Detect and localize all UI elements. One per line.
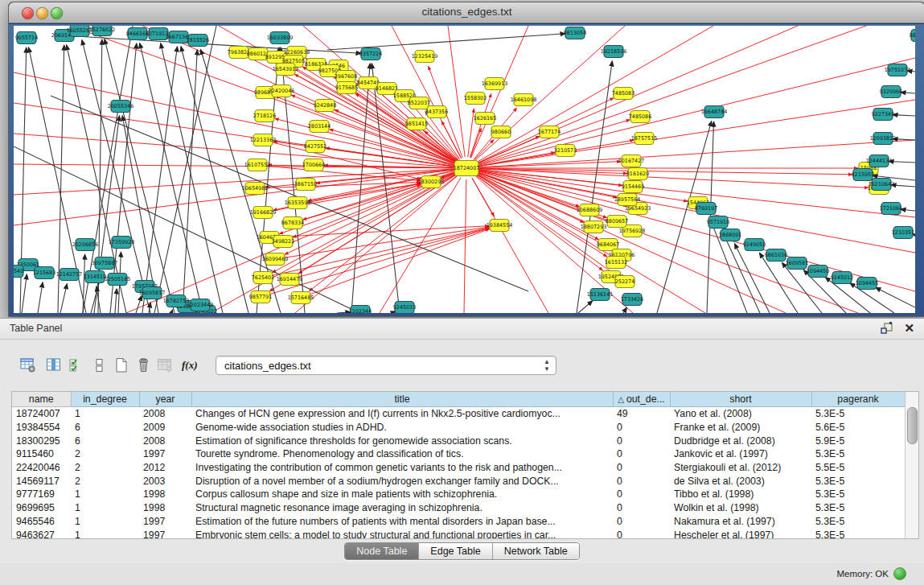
table-cell-pagerank[interactable]: 5.3E-5: [811, 501, 905, 515]
window-titlebar[interactable]: citations_edges.txt: [9, 2, 924, 23]
table-cell-name[interactable]: 19384554: [12, 421, 71, 435]
table-cell-pagerank[interactable]: 5.3E-5: [811, 447, 905, 461]
table-cell-year[interactable]: 2009: [139, 421, 191, 435]
column-header-year[interactable]: year: [139, 392, 191, 407]
table-cell-out_degree[interactable]: 49: [613, 407, 670, 421]
create-new-column-icon[interactable]: [111, 355, 132, 377]
table-cell-in_degree[interactable]: 1: [71, 528, 139, 539]
show-column-icon[interactable]: [43, 355, 64, 377]
table-cell-name[interactable]: 14569117: [12, 474, 71, 488]
table-cell-short[interactable]: Hescheler et al. (1997): [670, 528, 811, 539]
memory-ok-indicator[interactable]: [893, 567, 906, 580]
table-cell-title[interactable]: Estimation of significance thresholds fo…: [191, 434, 613, 447]
tab-network-table[interactable]: Network Table: [492, 543, 579, 559]
table-cell-title[interactable]: Genome-wide association studies in ADHD.: [191, 421, 613, 435]
table-row[interactable]: 2242004622012Investigating the contribut…: [12, 461, 905, 475]
table-cell-pagerank[interactable]: 5.3E-5: [811, 528, 905, 539]
manage-table-settings-icon[interactable]: [18, 355, 39, 377]
delete-column-icon[interactable]: [133, 355, 154, 377]
table-row[interactable]: 1872400712008Changes of HCN gene express…: [12, 407, 905, 421]
table-cell-out_degree[interactable]: 0: [613, 421, 670, 435]
table-cell-year[interactable]: 2008: [139, 434, 191, 447]
column-header-out_degree[interactable]: △out_de...: [613, 392, 670, 407]
table-cell-year[interactable]: 1998: [139, 501, 191, 515]
table-cell-in_degree[interactable]: 6: [71, 421, 139, 435]
table-scrollbar[interactable]: [905, 392, 918, 538]
table-cell-year[interactable]: 1998: [139, 488, 191, 501]
column-header-name[interactable]: name: [12, 392, 71, 407]
table-cell-short[interactable]: de Silva et al. (2003): [670, 474, 811, 488]
float-panel-icon[interactable]: [881, 322, 893, 335]
table-cell-in_degree[interactable]: 2: [71, 461, 139, 475]
table-cell-year[interactable]: 2003: [139, 474, 191, 488]
table-cell-in_degree[interactable]: 1: [71, 407, 139, 421]
table-cell-in_degree[interactable]: 2: [71, 474, 139, 488]
table-row[interactable]: 946554611997Estimation of the future num…: [12, 515, 905, 529]
table-cell-pagerank[interactable]: 5.3E-5: [811, 474, 905, 488]
table-cell-short[interactable]: Nakamura et al. (1997): [670, 515, 811, 529]
table-cell-name[interactable]: 9777169: [12, 488, 71, 501]
table-cell-year[interactable]: 1997: [139, 447, 191, 461]
table-row[interactable]: 1830029562008Estimation of significance …: [12, 434, 905, 447]
table-cell-short[interactable]: Wolkin et al. (1998): [670, 501, 811, 515]
table-row[interactable]: 1456911722003Disruption of a novel membe…: [12, 474, 905, 488]
table-row[interactable]: 911546021997Tourette syndrome. Phenomeno…: [12, 447, 905, 461]
table-cell-in_degree[interactable]: 1: [71, 515, 139, 529]
column-header-in_degree[interactable]: in_degree: [71, 392, 139, 407]
table-cell-title[interactable]: Structural magnetic resonance image aver…: [191, 501, 613, 515]
column-header-title[interactable]: title: [191, 392, 613, 407]
table-cell-pagerank[interactable]: 5.3E-5: [811, 488, 905, 501]
table-cell-out_degree[interactable]: 0: [613, 528, 670, 539]
table-cell-out_degree[interactable]: 0: [613, 474, 670, 488]
table-cell-pagerank[interactable]: 5.9E-5: [811, 434, 905, 447]
table-cell-short[interactable]: Franke et al. (2009): [670, 421, 811, 435]
table-cell-short[interactable]: Tibbo et al. (1998): [670, 488, 811, 501]
table-cell-title[interactable]: Changes of HCN gene expression and I(f) …: [191, 407, 613, 421]
delete-table-icon[interactable]: [154, 355, 175, 377]
table-cell-title[interactable]: Disruption of a novel member of a sodium…: [191, 474, 613, 488]
table-cell-name[interactable]: 9115460: [12, 447, 71, 461]
table-cell-out_degree[interactable]: 0: [613, 461, 670, 475]
table-cell-name[interactable]: 9699695: [12, 501, 71, 515]
table-scrollbar-thumb[interactable]: [907, 407, 918, 444]
table-cell-in_degree[interactable]: 6: [71, 434, 139, 447]
table-cell-short[interactable]: Yano et al. (2008): [670, 407, 811, 421]
table-cell-in_degree[interactable]: 1: [71, 488, 139, 501]
table-cell-out_degree[interactable]: 0: [613, 434, 670, 447]
column-header-pagerank[interactable]: pagerank: [811, 392, 905, 407]
unselect-all-icon[interactable]: [89, 355, 110, 377]
table-cell-year[interactable]: 1997: [139, 528, 191, 539]
table-cell-out_degree[interactable]: 0: [613, 488, 670, 501]
table-selector-dropdown[interactable]: citations_edges.txt ▲▼: [216, 356, 556, 375]
table-cell-title[interactable]: Estimation of the future numbers of pati…: [191, 515, 613, 529]
table-cell-title[interactable]: Embryonic stem cells: a model to study s…: [191, 528, 613, 539]
table-cell-pagerank[interactable]: 5.5E-5: [811, 461, 905, 475]
table-cell-title[interactable]: Tourette syndrome. Phenomenology and cla…: [191, 447, 613, 461]
table-cell-name[interactable]: 18300295: [12, 434, 71, 447]
table-cell-year[interactable]: 1997: [139, 515, 191, 529]
table-cell-name[interactable]: 9463627: [12, 528, 71, 539]
table-row[interactable]: 969969511998Structural magnetic resonanc…: [12, 501, 905, 515]
table-cell-out_degree[interactable]: 0: [613, 501, 670, 515]
table-cell-in_degree[interactable]: 2: [71, 447, 139, 461]
table-cell-year[interactable]: 2008: [139, 407, 191, 421]
function-builder-icon[interactable]: f(x): [180, 355, 201, 377]
table-cell-short[interactable]: Dudbridge et al. (2008): [670, 434, 811, 447]
select-all-icon[interactable]: [66, 355, 87, 377]
table-cell-name[interactable]: 9465546: [12, 515, 71, 529]
table-cell-name[interactable]: 22420046: [12, 461, 71, 475]
table-cell-pagerank[interactable]: 5.3E-5: [811, 407, 905, 421]
table-cell-title[interactable]: Corpus callosum shape and size in male p…: [191, 488, 613, 501]
tab-edge-table[interactable]: Edge Table: [418, 543, 491, 559]
table-cell-out_degree[interactable]: 0: [613, 515, 670, 529]
table-row[interactable]: 946362711997Embryonic stem cells: a mode…: [12, 528, 905, 539]
table-cell-year[interactable]: 2012: [139, 461, 191, 475]
table-cell-short[interactable]: Stergiakouli et al. (2012): [670, 461, 811, 475]
table-row[interactable]: 1938455462009Genome-wide association stu…: [12, 421, 905, 435]
table-cell-out_degree[interactable]: 0: [613, 447, 670, 461]
table-cell-name[interactable]: 18724007: [12, 407, 71, 421]
network-graph-canvas[interactable]: 1872400779638228860128891295422260638982…: [14, 26, 915, 313]
tab-node-table[interactable]: Node Table: [345, 543, 418, 559]
table-cell-in_degree[interactable]: 1: [71, 501, 139, 515]
table-cell-short[interactable]: Jankovic et al. (1997): [670, 447, 811, 461]
